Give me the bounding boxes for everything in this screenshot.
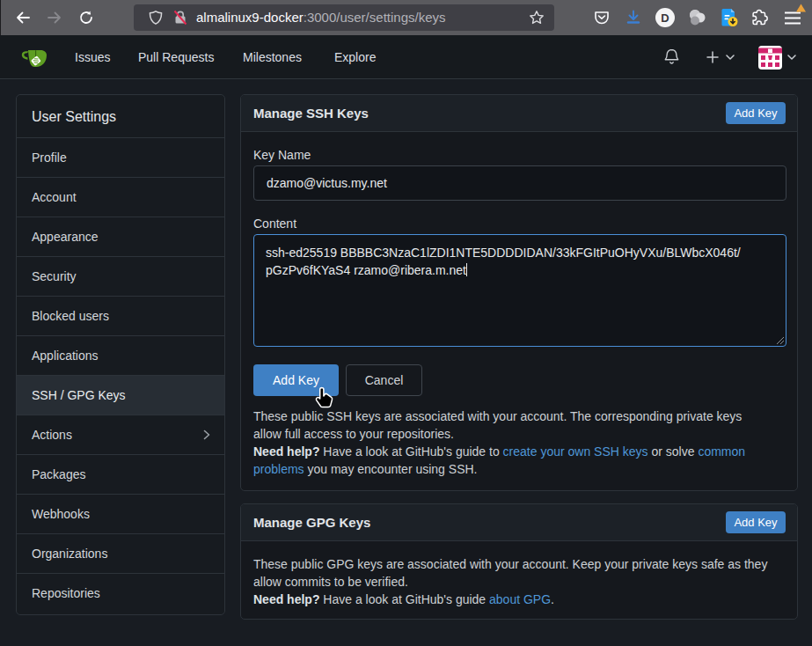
svg-text:D: D — [661, 11, 669, 25]
